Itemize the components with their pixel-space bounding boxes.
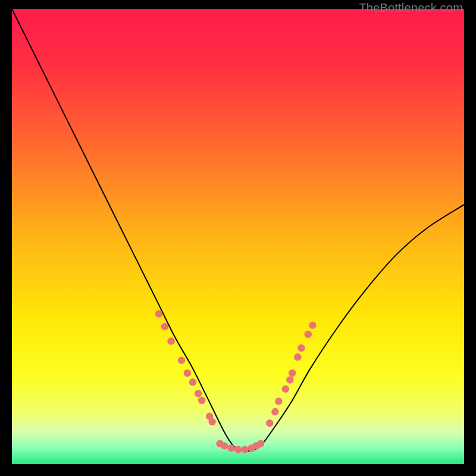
chart-frame xyxy=(12,9,464,464)
marker-left-1 xyxy=(161,323,168,330)
marker-left-2 xyxy=(167,337,174,345)
marker-left-5 xyxy=(189,378,196,386)
marker-right-6 xyxy=(294,353,301,361)
marker-valley-4 xyxy=(241,446,248,453)
marker-right-5 xyxy=(289,369,296,377)
marker-right-7 xyxy=(298,345,305,352)
marker-right-1 xyxy=(271,408,278,415)
marker-valley-7 xyxy=(257,440,264,447)
marker-left-0 xyxy=(155,310,162,317)
watermark-label: TheBottleneck.com xyxy=(359,1,463,15)
marker-left-7 xyxy=(198,397,205,404)
marker-right-3 xyxy=(282,386,289,393)
marker-valley-2 xyxy=(227,444,234,452)
marker-left-4 xyxy=(184,369,191,377)
marker-left-3 xyxy=(178,356,185,364)
marker-right-0 xyxy=(266,419,273,427)
marker-valley-3 xyxy=(234,446,242,453)
marker-valley-1 xyxy=(221,442,228,449)
marker-right-2 xyxy=(275,397,282,405)
marker-right-4 xyxy=(286,376,293,383)
marker-left-9 xyxy=(208,418,215,425)
gradient-background xyxy=(12,9,464,464)
marker-right-9 xyxy=(309,321,316,328)
marker-right-8 xyxy=(305,331,312,338)
bottleneck-chart xyxy=(12,9,464,464)
marker-left-6 xyxy=(195,390,202,397)
